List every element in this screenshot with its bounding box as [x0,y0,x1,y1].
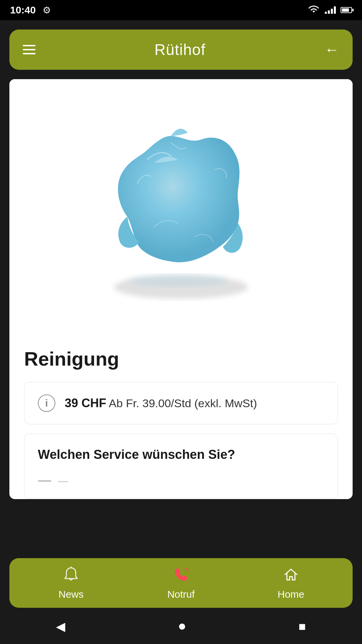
gear-icon [43,5,51,16]
service-card: Welchen Service wünschen Sie? — [24,434,338,499]
page-title: Rütihof [155,41,206,59]
android-nav-bar [0,608,362,644]
option-text: — [58,475,68,487]
status-right [307,5,352,15]
signal-icon [325,6,336,14]
status-bar: 10:40 [0,0,362,20]
android-recents-button[interactable] [299,619,306,634]
nav-label-news: News [58,589,83,600]
nav-item-news[interactable]: News [44,566,98,600]
home-icon [282,566,300,586]
svg-point-1 [127,274,228,286]
product-cloth-illustration [87,109,275,304]
price-card: i 39 CHF Ab Fr. 39.00/Std (exkl. MwSt) [24,382,338,424]
status-time: 10:40 [10,4,36,16]
bottom-nav: News Notruf Home [9,558,353,608]
wifi-icon [307,5,320,15]
nav-item-notruf[interactable]: Notruf [154,566,208,600]
service-option: — [38,470,324,492]
app-header: Rütihof ← [9,30,353,70]
nav-item-home[interactable]: Home [264,566,318,600]
product-image [9,79,353,334]
nav-label-home: Home [278,589,304,600]
phone-icon [172,566,190,586]
bell-icon [62,566,80,586]
price-subtext: Ab Fr. 39.00/Std (exkl. MwSt) [109,397,257,410]
nav-label-notruf: Notruf [167,589,195,600]
option-dash [38,480,51,482]
android-back-button[interactable] [56,619,65,634]
info-icon: i [38,394,55,412]
price-bold: 39 CHF [65,396,106,410]
product-info: Reinigung i 39 CHF Ab Fr. 39.00/Std (exk… [9,334,353,499]
price-text: 39 CHF Ab Fr. 39.00/Std (exkl. MwSt) [65,396,257,410]
hamburger-menu-button[interactable] [23,45,36,54]
service-title: Welchen Service wünschen Sie? [38,447,324,462]
android-home-button[interactable] [178,618,186,634]
product-title: Reinigung [24,347,338,370]
main-content: Reinigung i 39 CHF Ab Fr. 39.00/Std (exk… [9,79,353,499]
battery-icon [341,7,352,13]
back-button[interactable]: ← [324,41,339,58]
status-left: 10:40 [10,4,51,16]
